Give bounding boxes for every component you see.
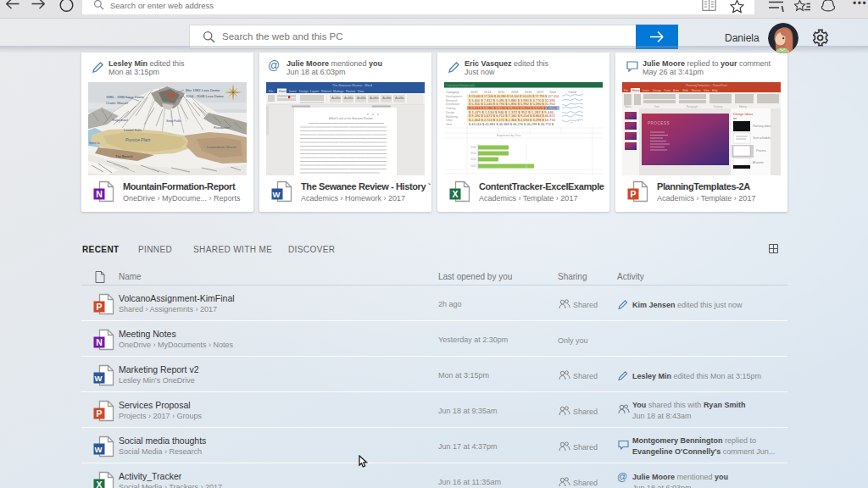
svg-text:2016: 2016 — [511, 91, 518, 94]
svg-text:Design: Design — [446, 111, 454, 114]
svg-text:Review: Review — [346, 90, 356, 93]
svg-text:The Breach: The Breach — [115, 154, 133, 158]
svg-text:Editing: Editing — [739, 105, 747, 108]
svg-text:Process: Process — [756, 149, 766, 152]
svg-text:$ 1,475 $ 1,134 $ 940 $ 1,372: $ 1,475 $ 1,134 $ 940 $ 1,372 $ 952 $ 1,… — [469, 111, 554, 114]
svg-text:Training: Training — [446, 107, 456, 110]
svg-text:Drawing: Drawing — [714, 105, 723, 108]
svg-text:Other: Other — [446, 119, 453, 122]
svg-text:Mailings: Mailings — [333, 90, 344, 93]
svg-text:2014: 2014 — [470, 158, 476, 161]
svg-text:Design: Design — [299, 90, 309, 93]
svg-text:Slides: Slides — [625, 105, 632, 108]
svg-text:Home: Home — [279, 90, 287, 93]
svg-text:2014: 2014 — [484, 91, 491, 94]
svg-text:1980 - 1986 Lava Dome: 1980 - 1986 Lava Dome — [106, 95, 145, 99]
svg-text:$ 2,464 $ 2,724 $ 3,172 $ 2,36: $ 2,464 $ 2,724 $ 3,172 $ 2,364 $ 2,594 … — [469, 119, 555, 122]
svg-text:Design Ideas: Design Ideas — [733, 112, 753, 116]
svg-text:$ 3,400 $ 7,812 $ 5,080 $ 3,88: $ 3,400 $ 7,812 $ 5,080 $ 3,880 $ 3,980 … — [469, 99, 555, 103]
svg-text:Distribution: Distribution — [446, 103, 459, 106]
svg-text:Total: Total — [446, 123, 452, 126]
svg-text:$ 43,116 $ 45,881 $ 46,368 $ 4: $ 43,116 $ 45,881 $ 46,368 $ 46,276 $ 46… — [469, 123, 554, 126]
svg-text:Marketing: Marketing — [446, 115, 458, 119]
svg-text:View: View — [704, 89, 710, 92]
svg-text:A Brief Look at the Sewanee Re: A Brief Look at the Sewanee Review — [329, 117, 373, 120]
svg-text:$ 9,190 $ 5,672 $ 6,712 $ 7,18: $ 9,190 $ 5,672 $ 6,712 $ 7,182 $ 9,254 … — [469, 114, 555, 118]
svg-text:Term schedule: Term schedule — [753, 136, 771, 140]
svg-text:Help: Help — [712, 89, 718, 92]
svg-text:Mar 1982 Lava Dome: Mar 1982 Lava Dome — [186, 88, 220, 92]
svg-text:Total: Total — [549, 91, 556, 94]
svg-text:$ 5,350 $ 5,240 $ 6,794 $ 5,89: $ 5,350 $ 5,240 $ 6,794 $ 5,894 $ 5,982 … — [469, 103, 555, 106]
svg-text:2016: 2016 — [525, 91, 531, 94]
svg-text:PROCESS: PROCESS — [648, 121, 670, 125]
svg-text:Home: Home — [632, 89, 640, 92]
svg-text:AaBb: AaBb — [382, 96, 392, 100]
svg-text:Trans: Trans — [664, 89, 670, 92]
svg-text:Insert: Insert — [289, 90, 297, 93]
svg-text:AaBb: AaBb — [395, 96, 404, 100]
svg-text:AaBb: AaBb — [357, 96, 366, 100]
svg-text:File: File — [624, 89, 628, 92]
svg-text:Spirit Lk: Spirit Lk — [89, 141, 100, 145]
svg-text:Floodwater: Floodwater — [214, 126, 231, 130]
svg-text:Layout: Layout — [310, 90, 319, 93]
svg-text:$ 5,944 $ 5,786 $ 5,730 $ 5,76: $ 5,944 $ 5,786 $ 5,730 $ 5,764 $ 5,964 … — [469, 107, 557, 110]
svg-text:2013: 2013 — [470, 164, 476, 168]
svg-text:All points: All points — [753, 161, 764, 164]
svg-text:AaBb: AaBb — [370, 96, 379, 100]
svg-text:Development: Development — [446, 95, 462, 98]
svg-text:2015: 2015 — [498, 91, 504, 94]
svg-text:Crater Glacier: Crater Glacier — [106, 101, 129, 105]
svg-text:Research: Research — [446, 99, 458, 103]
svg-text:Lewandoski Glacier: Lewandoski Glacier — [207, 145, 237, 149]
svg-text:Design: Design — [653, 89, 661, 92]
svg-text:2017: 2017 — [537, 91, 543, 94]
svg-text:Referen: Referen — [321, 90, 331, 93]
svg-text:Planning slides: Planning slides — [753, 125, 771, 128]
svg-text:2013: 2013 — [470, 91, 477, 94]
svg-text:2004 - 2008 Lava Dome: 2004 - 2008 Lava Dome — [186, 94, 225, 98]
svg-text:Category: Category — [446, 91, 459, 94]
svg-text:Expenses by Year: Expenses by Year — [497, 134, 522, 137]
svg-text:AaBb: AaBb — [331, 96, 341, 100]
svg-text:Pumice Plain: Pumice Plain — [125, 137, 150, 142]
svg-text:AaBb: AaBb — [344, 96, 353, 100]
svg-text:Trend: Trend — [568, 91, 576, 94]
svg-text:Step Falls: Step Falls — [166, 119, 181, 123]
svg-text:Sugarbowl: Sugarbowl — [112, 118, 128, 122]
svg-text:View: View — [358, 90, 364, 93]
svg-text:Loowit Falls: Loowit Falls — [124, 128, 142, 132]
svg-text:File: File — [269, 90, 274, 93]
svg-text:Paragraph: Paragraph — [687, 105, 698, 108]
svg-text:Font: Font — [654, 105, 659, 108]
svg-text:$ 13,040 $ 17,530 $ 40,980 $ 1: $ 13,040 $ 17,530 $ 40,980 $ 14,500 $ 14… — [469, 95, 559, 98]
svg-text:Slide: Slide — [682, 89, 688, 92]
svg-text:The Sewanee Review - Word: The Sewanee Review - Word — [332, 84, 372, 87]
svg-text:Review: Review — [692, 89, 701, 92]
svg-text:Anim: Anim — [673, 89, 680, 92]
svg-text:Contoso Financials: Contoso Financials — [446, 83, 475, 87]
svg-text:Insert: Insert — [643, 89, 649, 92]
svg-text:2016: 2016 — [470, 146, 476, 149]
svg-text:PlanningTemplates - PowerPoint: PlanningTemplates - PowerPoint — [686, 84, 727, 87]
svg-text:2015: 2015 — [470, 152, 476, 155]
